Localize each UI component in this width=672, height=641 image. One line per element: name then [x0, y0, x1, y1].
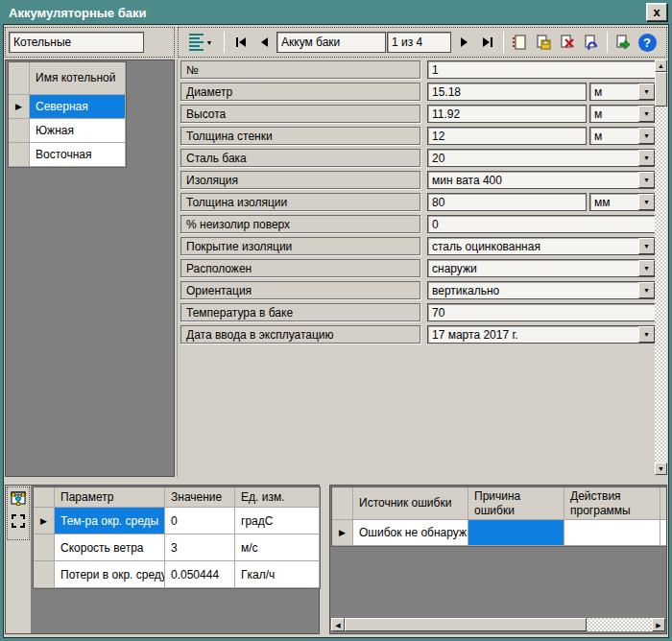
param-cell[interactable]: Скорость ветра — [55, 534, 165, 561]
row-marker-cell: ▶ — [332, 520, 353, 546]
scheme-button[interactable] — [10, 489, 28, 508]
window-title: Аккумуляторные баки — [9, 6, 146, 20]
delete-record-icon — [560, 35, 575, 50]
form-row-izolyatsiya: Изоляция мин вата 400 ▼ — [178, 171, 656, 189]
list-menu-icon — [189, 34, 204, 51]
tools-panel — [7, 487, 30, 540]
close-button[interactable]: x — [646, 3, 667, 21]
refresh-data-button[interactable] — [612, 31, 635, 54]
tolschina-stenki-unit-combo[interactable]: м ▼ — [589, 127, 656, 145]
last-record-button[interactable] — [476, 31, 499, 54]
scrollbar-track[interactable] — [587, 618, 652, 631]
error-cell[interactable] — [564, 520, 660, 546]
param-cell[interactable]: градС — [235, 508, 320, 534]
form-row-tolschina-izolyatsii: Толщина изоляции мм ▼ — [178, 193, 656, 211]
stal-baka-combo[interactable]: 20 ▼ — [427, 149, 656, 167]
expand-button[interactable] — [10, 511, 28, 530]
field-label: Дата ввода в эксплуатацию — [180, 325, 420, 344]
chevron-down-icon[interactable]: ▼ — [638, 150, 655, 166]
param-cell[interactable]: м/с — [235, 534, 320, 561]
chevron-down-icon[interactable]: ▼ — [638, 83, 655, 100]
insert-record-button[interactable] — [508, 31, 531, 54]
boiler-row-severnaya[interactable]: Северная — [30, 95, 126, 119]
delete-record-button[interactable] — [556, 31, 579, 54]
error-cell[interactable] — [468, 520, 564, 546]
chevron-down-icon[interactable]: ▼ — [638, 172, 655, 188]
form-row-neizolir-poverkh: % неизолир поверх — [178, 215, 656, 233]
first-record-icon — [234, 36, 247, 48]
help-button[interactable]: ? — [636, 31, 659, 54]
chevron-down-icon[interactable]: ▼ — [638, 128, 655, 144]
pokrytie-izolyatsii-combo[interactable]: сталь оцинкованная ▼ — [427, 237, 656, 255]
form-vertical-scrollbar[interactable]: ▲ ▼ — [655, 59, 667, 475]
chevron-down-icon[interactable]: ▼ — [638, 282, 655, 298]
boilers-filter-panel — [5, 27, 175, 58]
chevron-down-icon[interactable]: ▼ — [638, 238, 655, 254]
next-record-icon — [458, 36, 470, 48]
param-cell[interactable]: Потери в окр. среду — [55, 561, 165, 588]
chevron-down-icon[interactable]: ▼ — [638, 106, 655, 122]
scrollbar-thumb[interactable] — [345, 618, 587, 631]
tolschina-izolyatsii-input[interactable] — [427, 193, 587, 211]
db-navigator-toolbar: ▼ — [178, 27, 667, 58]
save-record-icon — [536, 35, 551, 50]
diametr-unit-combo[interactable]: м ▼ — [589, 83, 656, 101]
scroll-right-icon[interactable]: ▶ — [652, 618, 665, 631]
field-label: Толщина стенки — [180, 127, 420, 145]
prior-record-button[interactable] — [252, 31, 276, 54]
form-row-pokrytie-izolyatsii: Покрытие изоляции сталь оцинкованная ▼ — [178, 237, 656, 255]
grid-corner — [34, 487, 55, 508]
izolyatsiya-combo[interactable]: мин вата 400 ▼ — [427, 171, 656, 189]
chevron-down-icon[interactable]: ▼ — [638, 326, 655, 343]
table-name-input[interactable] — [276, 32, 386, 53]
toolbar-separator — [224, 32, 225, 53]
row-marker-cell — [9, 119, 30, 143]
chevron-down-icon[interactable]: ▼ — [638, 260, 655, 276]
scroll-left-icon[interactable]: ◀ — [331, 618, 345, 631]
toolbar-separator — [607, 32, 608, 53]
form-row-nomer: № — [178, 60, 656, 79]
tolschina-izolyatsii-unit-combo[interactable]: мм ▼ — [589, 193, 656, 211]
form-row-orientatsiya: Ориентация вертикально ▼ — [178, 281, 656, 299]
temperatura-input[interactable] — [427, 303, 656, 321]
list-menu-button[interactable]: ▼ — [181, 31, 220, 54]
first-record-button[interactable] — [228, 31, 252, 54]
error-cell[interactable]: Ошибок не обнаруж... — [353, 520, 468, 546]
param-cell[interactable]: 0 — [165, 508, 235, 534]
expand-icon — [11, 513, 26, 529]
scroll-down-icon[interactable]: ▼ — [655, 463, 667, 475]
form-row-tolschina-stenki: Толщина стенки м ▼ — [178, 127, 656, 145]
param-cell[interactable]: Тем-ра окр. среды — [55, 508, 165, 534]
diametr-input[interactable] — [427, 83, 587, 101]
environment-params-panel: Параметр Значение Ед. изм. ▶ Тем-ра окр.… — [5, 485, 320, 634]
error-cell[interactable] — [660, 520, 667, 546]
param-cell[interactable]: Гкал/ч — [235, 561, 320, 588]
record-position-input[interactable] — [387, 32, 451, 53]
chevron-down-icon[interactable]: ▼ — [638, 194, 655, 210]
toolbar-separator — [503, 32, 504, 53]
boilers-filter-input[interactable] — [9, 32, 144, 53]
boiler-row-yuzhnaya[interactable]: Южная — [30, 119, 126, 143]
row-marker-cell — [9, 143, 30, 167]
form-row-stal-baka: Сталь бака 20 ▼ — [178, 149, 656, 167]
scrollbar-thumb[interactable] — [655, 72, 667, 107]
vysota-unit-combo[interactable]: м ▼ — [589, 105, 656, 123]
next-record-button[interactable] — [452, 31, 475, 54]
param-cell[interactable]: 3 — [165, 534, 235, 561]
scroll-up-icon[interactable]: ▲ — [655, 59, 667, 72]
cancel-edit-button[interactable] — [580, 31, 603, 54]
raspolozhen-combo[interactable]: снаружи ▼ — [427, 259, 656, 277]
scrollbar-track[interactable] — [655, 107, 667, 463]
params-header-parametr: Параметр — [55, 487, 165, 508]
nomer-input[interactable] — [427, 60, 656, 79]
boiler-row-vostochnaya[interactable]: Восточная — [30, 143, 126, 167]
orientatsiya-combo[interactable]: вертикально ▼ — [427, 281, 656, 299]
param-cell[interactable]: 0.050444 — [165, 561, 235, 588]
tolschina-stenki-input[interactable] — [427, 127, 587, 145]
vysota-input[interactable] — [427, 105, 587, 123]
data-vvoda-combo[interactable]: 17 марта 2017 г. ▼ — [427, 325, 656, 344]
errors-horizontal-scrollbar[interactable]: ◀ ▶ — [331, 618, 665, 631]
post-edit-button[interactable] — [532, 31, 555, 54]
field-label: Диаметр — [180, 83, 420, 101]
neizolir-poverkh-input[interactable] — [427, 215, 656, 233]
